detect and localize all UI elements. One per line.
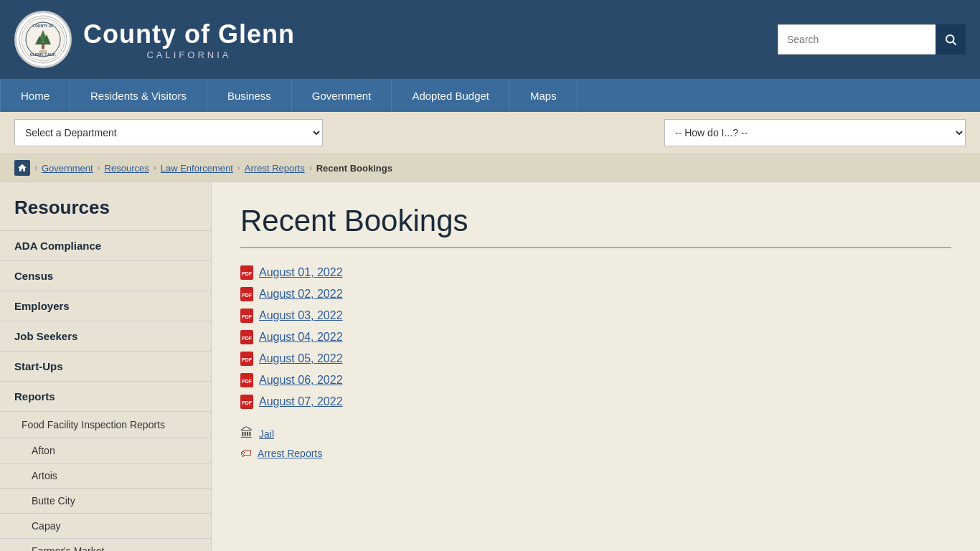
meta-department: 🏛 Jail (240, 426, 951, 441)
booking-item-6: PDF August 07, 2022 (240, 395, 951, 409)
page-divider (240, 247, 951, 248)
search-input[interactable] (778, 24, 936, 55)
booking-link-2[interactable]: August 03, 2022 (259, 309, 343, 322)
svg-text:PDF: PDF (242, 400, 253, 405)
nav-budget[interactable]: Adopted Budget (392, 79, 510, 112)
how-do-i-select[interactable]: -- How do I...? -- (664, 119, 966, 146)
breadcrumb-law-enforcement[interactable]: Law Enforcement (161, 163, 233, 174)
booking-item-5: PDF August 06, 2022 (240, 373, 951, 387)
meta-section: 🏛 Jail 🏷 Arrest Reports (240, 426, 951, 460)
breadcrumb-sep-1: › (34, 163, 37, 173)
tag-link[interactable]: Arrest Reports (258, 448, 322, 459)
svg-text:COUNTY OF: COUNTY OF (32, 24, 53, 28)
page-title: Recent Bookings (240, 204, 951, 238)
pdf-icon-5: PDF (240, 373, 253, 387)
pdf-icon-6: PDF (240, 395, 253, 409)
booking-link-6[interactable]: August 07, 2022 (259, 395, 343, 408)
site-state: CALIFORNIA (83, 50, 295, 60)
svg-point-9 (39, 50, 47, 54)
sidebar-item-butte-city[interactable]: Butte City (0, 488, 211, 513)
site-name: County of Glenn (83, 19, 295, 50)
pdf-icon-1: PDF (240, 287, 253, 301)
pdf-icon-0: PDF (240, 265, 253, 280)
booking-link-3[interactable]: August 04, 2022 (259, 331, 343, 344)
booking-item-0: PDF August 01, 2022 (240, 265, 951, 280)
breadcrumb-resources[interactable]: Resources (105, 163, 149, 174)
svg-line-11 (953, 42, 956, 44)
sidebar-section-census: Census (0, 260, 211, 291)
svg-text:PDF: PDF (242, 336, 253, 341)
sidebar-section-employers: Employers (0, 291, 211, 321)
breadcrumb-sep-5: › (309, 163, 312, 173)
booking-item-3: PDF August 04, 2022 (240, 330, 951, 344)
nav-residents[interactable]: Residents & Visitors (70, 79, 207, 112)
main-content: Recent Bookings PDF August 01, 2022 PDF … (212, 182, 980, 551)
department-select[interactable]: Select a Department (14, 119, 323, 146)
sidebar-item-startups[interactable]: Start-Ups (0, 352, 211, 381)
sidebar-item-jobseekers[interactable]: Job Seekers (0, 321, 211, 351)
svg-point-10 (946, 35, 954, 43)
breadcrumb: › Government › Resources › Law Enforceme… (0, 154, 980, 182)
breadcrumb-sep-4: › (237, 163, 240, 173)
breadcrumb-sep-3: › (154, 163, 156, 173)
breadcrumb-sep-2: › (98, 163, 100, 173)
search-area (778, 24, 966, 55)
svg-text:PDF: PDF (242, 314, 253, 319)
site-header: COUNTY OF GLENN, CALIF. County of Glenn … (0, 0, 980, 79)
svg-text:PDF: PDF (242, 379, 253, 384)
nav-government[interactable]: Government (292, 79, 392, 112)
tag-icon: 🏷 (240, 447, 252, 460)
sidebar-section-jobseekers: Job Seekers (0, 321, 211, 351)
nav-home[interactable]: Home (0, 79, 70, 112)
logo-area: COUNTY OF GLENN, CALIF. County of Glenn … (14, 11, 295, 68)
pdf-icon-2: PDF (240, 309, 253, 323)
pdf-icon-4: PDF (240, 352, 253, 366)
booking-item-2: PDF August 03, 2022 (240, 309, 951, 323)
sidebar-item-capay[interactable]: Capay (0, 513, 211, 538)
sidebar-item-employers[interactable]: Employers (0, 291, 211, 321)
sidebar-item-artois[interactable]: Artois (0, 463, 211, 488)
sidebar: Resources ADA Compliance Census Employer… (0, 182, 212, 551)
sidebar-section-startups: Start-Ups (0, 351, 211, 381)
search-button[interactable] (936, 24, 966, 55)
breadcrumb-arrest-reports[interactable]: Arrest Reports (245, 163, 305, 174)
sidebar-item-census[interactable]: Census (0, 261, 211, 291)
site-title-area: County of Glenn CALIFORNIA (83, 19, 295, 60)
booking-link-5[interactable]: August 06, 2022 (259, 374, 343, 387)
content-area: Resources ADA Compliance Census Employer… (0, 182, 980, 551)
nav-business[interactable]: Business (207, 79, 292, 112)
sidebar-item-afton[interactable]: Afton (0, 438, 211, 463)
county-seal: COUNTY OF GLENN, CALIF. (14, 11, 72, 68)
booking-item-4: PDF August 05, 2022 (240, 352, 951, 366)
booking-link-4[interactable]: August 05, 2022 (259, 352, 343, 365)
meta-tag: 🏷 Arrest Reports (240, 447, 951, 460)
breadcrumb-government[interactable]: Government (42, 163, 93, 174)
sidebar-item-reports[interactable]: Reports (0, 382, 211, 411)
svg-rect-8 (42, 44, 44, 49)
building-icon: 🏛 (240, 426, 253, 441)
sidebar-section-ada: ADA Compliance (0, 230, 211, 260)
svg-text:PDF: PDF (242, 271, 253, 276)
nav-maps[interactable]: Maps (510, 79, 578, 112)
booking-item-1: PDF August 02, 2022 (240, 287, 951, 301)
toolbar: Select a Department -- How do I...? -- (0, 112, 980, 154)
sidebar-title: Resources (0, 197, 211, 230)
sidebar-item-food-facility[interactable]: Food Facility Inspection Reports (0, 411, 211, 438)
booking-link-1[interactable]: August 02, 2022 (259, 288, 343, 301)
sidebar-section-reports: Reports Food Facility Inspection Reports… (0, 381, 211, 551)
home-icon[interactable] (14, 160, 30, 176)
department-link[interactable]: Jail (259, 428, 274, 440)
sidebar-item-farmers-market[interactable]: Farmer's Market (0, 538, 211, 551)
breadcrumb-current: Recent Bookings (316, 163, 392, 174)
main-nav: Home Residents & Visitors Business Gover… (0, 79, 980, 112)
pdf-icon-3: PDF (240, 330, 253, 344)
sidebar-item-ada[interactable]: ADA Compliance (0, 231, 211, 260)
booking-link-0[interactable]: August 01, 2022 (259, 266, 343, 279)
svg-text:PDF: PDF (242, 293, 253, 298)
svg-text:PDF: PDF (242, 357, 253, 362)
